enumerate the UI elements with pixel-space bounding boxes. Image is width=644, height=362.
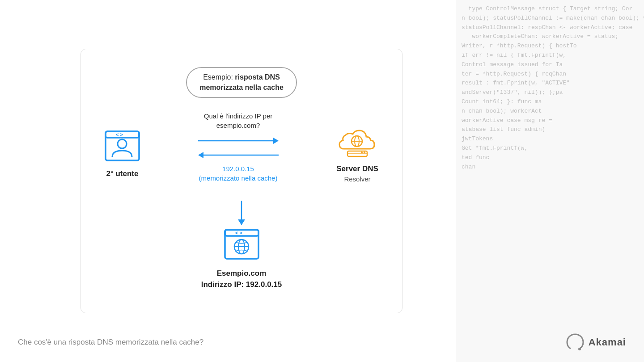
main-content: Esempio: risposta DNSmemorizzata nella c… bbox=[0, 0, 483, 362]
down-arrow-section bbox=[235, 201, 248, 225]
dns-server-icon-box: Server DNS Resolver bbox=[335, 124, 380, 183]
svg-text:< >: < > bbox=[116, 132, 123, 137]
dns-server-sublabel: Resolver bbox=[344, 175, 370, 183]
akamai-logo: Akamai bbox=[564, 332, 626, 353]
diagram-card: Esempio: risposta DNSmemorizzata nella c… bbox=[80, 49, 402, 313]
svg-point-23 bbox=[578, 348, 581, 350]
browser-website-icon: < > bbox=[223, 227, 261, 263]
arrows-column: Qual è l'indirizzo IP peresempio.com? 19… bbox=[150, 111, 326, 196]
pill-label: Esempio: risposta DNSmemorizzata nella c… bbox=[186, 67, 297, 98]
akamai-icon bbox=[564, 332, 586, 353]
page-footer: Che cos'è una risposta DNS memorizzata n… bbox=[0, 332, 644, 353]
dns-label-area: Server DNS Resolver bbox=[336, 164, 378, 183]
code-background: type ControlMessage struct { Target stri… bbox=[456, 0, 644, 362]
svg-point-13 bbox=[364, 152, 365, 153]
svg-marker-16 bbox=[238, 219, 245, 225]
arrow-right-icon bbox=[198, 135, 279, 146]
svg-point-14 bbox=[361, 152, 363, 153]
pill-bold-text: risposta DNSmemorizzata nella cache bbox=[199, 73, 284, 91]
browser-user-icon: < > bbox=[103, 129, 141, 165]
svg-text:< >: < > bbox=[235, 230, 242, 236]
website-label: Esempio.com Indirizzo IP: 192.0.0.15 bbox=[201, 268, 282, 290]
top-row: < > 2° utente Qual è l'indirizzo IP pere… bbox=[103, 111, 380, 196]
user-label: 2° utente bbox=[106, 169, 139, 178]
user-icon-box: < > 2° utente bbox=[103, 129, 141, 178]
akamai-text: Akamai bbox=[589, 337, 626, 348]
dns-server-icon bbox=[335, 124, 380, 160]
question-text: Qual è l'indirizzo IP peresempio.com? bbox=[204, 111, 273, 130]
website-section: < > Esempio.com Indirizzo IP: 192.0.0.15 bbox=[201, 227, 282, 290]
svg-point-3 bbox=[118, 139, 127, 148]
dns-server-label: Server DNS bbox=[336, 164, 378, 173]
footer-question: Che cos'è una risposta DNS memorizzata n… bbox=[18, 338, 203, 347]
svg-marker-7 bbox=[198, 152, 203, 158]
arrow-left-icon bbox=[198, 150, 279, 160]
cached-ip-text: 192.0.0.15(memorizzato nella cache) bbox=[199, 164, 278, 183]
arrow-down-icon bbox=[235, 201, 248, 225]
svg-marker-5 bbox=[273, 138, 279, 144]
